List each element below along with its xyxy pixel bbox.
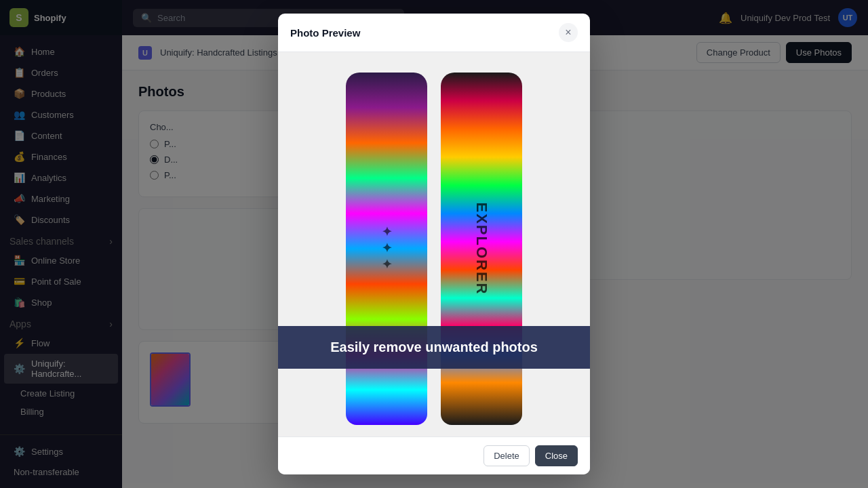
modal-title: Photo Preview: [290, 27, 360, 39]
modal-close-x-button[interactable]: ×: [559, 23, 578, 42]
delete-button[interactable]: Delete: [484, 445, 530, 466]
snowboard-right: EXPLORER: [441, 73, 522, 425]
snowboard-left-text: ✦ ✦ ✦: [379, 226, 394, 270]
photo-preview-modal: Photo Preview × ✦ ✦ ✦ EXPLORER Easily re…: [278, 14, 590, 474]
close-modal-button[interactable]: Close: [535, 445, 578, 466]
modal-overlay: Photo Preview × ✦ ✦ ✦ EXPLORER Easily re…: [0, 0, 868, 488]
modal-body: ✦ ✦ ✦ EXPLORER Easily remove unwanted ph…: [278, 52, 590, 436]
snowboard-right-text: EXPLORER: [473, 202, 490, 295]
snowboards-display: ✦ ✦ ✦ EXPLORER: [332, 59, 536, 436]
modal-image-container: ✦ ✦ ✦ EXPLORER: [278, 52, 590, 436]
modal-header: Photo Preview ×: [278, 14, 590, 52]
modal-footer: Delete Close: [278, 436, 590, 474]
feature-banner: Easily remove unwanted photos: [278, 326, 590, 369]
snowboard-left: ✦ ✦ ✦: [346, 73, 427, 425]
feature-banner-text: Easily remove unwanted photos: [330, 340, 538, 354]
